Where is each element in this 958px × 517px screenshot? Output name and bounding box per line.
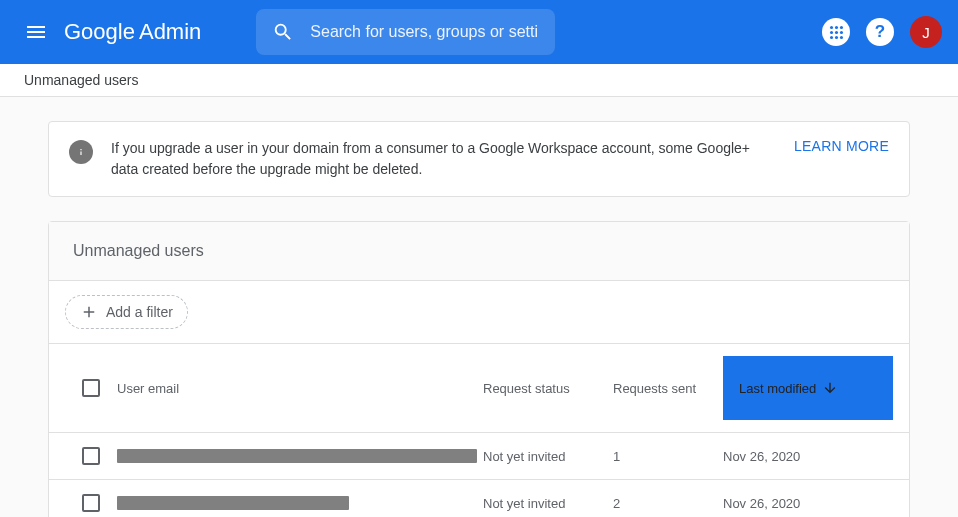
column-header-status[interactable]: Request status [483,381,613,396]
svg-point-7 [834,35,837,38]
add-filter-label: Add a filter [106,304,173,320]
info-text: If you upgrade a user in your domain fro… [111,138,756,180]
svg-point-8 [839,35,842,38]
select-all-checkbox[interactable] [82,379,100,397]
user-email-redacted [117,449,477,463]
svg-point-5 [839,30,842,33]
menu-button[interactable] [16,12,56,52]
logo: Google Admin [64,19,201,45]
card-title: Unmanaged users [49,222,909,281]
filter-bar: Add a filter [49,281,909,343]
breadcrumb-text: Unmanaged users [24,72,138,88]
avatar[interactable]: J [910,16,942,48]
sent-cell: 1 [613,449,723,464]
user-email-redacted [117,496,349,510]
breadcrumb: Unmanaged users [0,64,958,97]
status-cell: Not yet invited [483,496,613,511]
app-header: Google Admin ? J [0,0,958,64]
logo-admin: Admin [139,19,201,45]
svg-point-0 [829,25,832,28]
search-icon [272,21,294,43]
modified-cell: Nov 26, 2020 [723,449,893,464]
users-card: Unmanaged users Add a filter User email … [48,221,910,517]
plus-icon [80,303,98,321]
menu-icon [24,20,48,44]
sort-desc-icon [822,380,838,396]
row-checkbox[interactable] [82,447,100,465]
column-header-modified-label: Last modified [739,381,816,396]
learn-more-link[interactable]: LEARN MORE [794,138,889,154]
table-header-row: User email Request status Requests sent … [49,343,909,432]
info-banner: If you upgrade a user in your domain fro… [48,121,910,197]
help-icon: ? [875,22,885,42]
column-header-email[interactable]: User email [117,381,483,396]
sent-cell: 2 [613,496,723,511]
header-actions: ? J [822,16,942,48]
status-cell: Not yet invited [483,449,613,464]
info-icon [69,140,93,164]
avatar-initial: J [922,24,930,41]
add-filter-button[interactable]: Add a filter [65,295,188,329]
logo-google: Google [64,19,135,45]
svg-point-1 [834,25,837,28]
svg-point-2 [839,25,842,28]
apps-button[interactable] [822,18,850,46]
table-row[interactable]: Not yet invited 2 Nov 26, 2020 [49,479,909,517]
help-button[interactable]: ? [866,18,894,46]
modified-cell: Nov 26, 2020 [723,496,893,511]
svg-point-3 [829,30,832,33]
table-row[interactable]: Not yet invited 1 Nov 26, 2020 [49,432,909,479]
search-input[interactable] [310,23,539,41]
main-content: If you upgrade a user in your domain fro… [0,97,958,517]
svg-point-4 [834,30,837,33]
search-box[interactable] [256,9,555,55]
svg-point-6 [829,35,832,38]
apps-icon [828,24,845,41]
column-header-sent[interactable]: Requests sent [613,381,723,396]
column-header-modified[interactable]: Last modified [723,356,893,420]
row-checkbox[interactable] [82,494,100,512]
